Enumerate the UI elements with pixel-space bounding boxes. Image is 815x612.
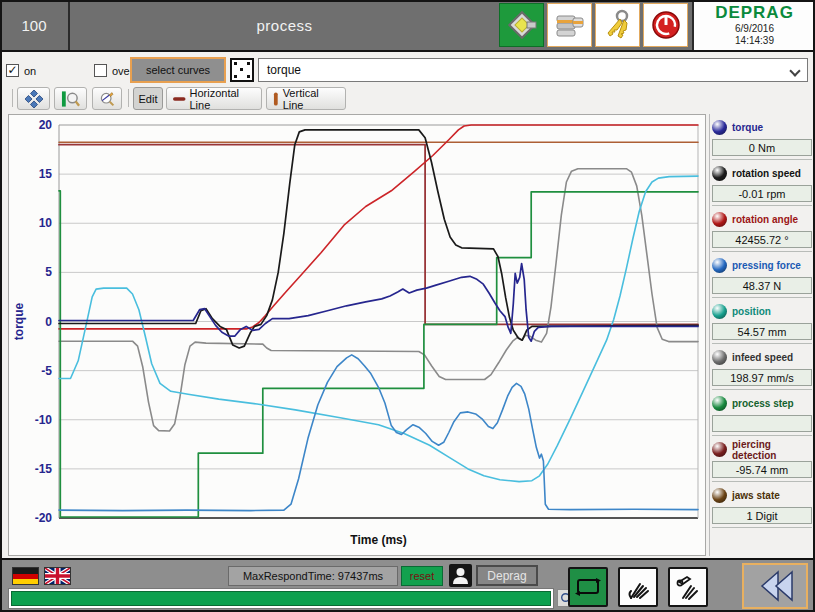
hand-tool-icon [673, 572, 703, 602]
power-button[interactable] [643, 3, 688, 47]
parameter-label: position [732, 306, 771, 317]
y-tick-label: -15 [35, 462, 53, 476]
zoom-area-button[interactable] [92, 87, 122, 110]
diamond-icon [505, 8, 539, 42]
parameter-row-infeed-speed[interactable]: infeed speed198.97 mm/s [712, 344, 812, 390]
tool-mode-button[interactable] [668, 567, 708, 607]
y-axis-title: torque [12, 303, 26, 341]
parameter-header: pressing force [712, 256, 812, 275]
curve-color-ball-icon [712, 396, 727, 411]
y-tick-label: 10 [39, 216, 53, 230]
parameter-value: 0 Nm [712, 139, 812, 156]
chart-curve-process-step [59, 191, 698, 517]
zoom-area-icon [99, 90, 115, 108]
curve-color-ball-icon [712, 442, 727, 457]
language-english-flag[interactable] [44, 567, 71, 585]
user-icon [449, 564, 472, 587]
zoom-button[interactable] [54, 87, 87, 110]
parameter-header: rotation angle [712, 210, 812, 229]
back-button[interactable] [742, 563, 808, 609]
parameter-row-jaws-state[interactable]: jaws state1 Digit [712, 482, 812, 528]
pan-button[interactable] [17, 87, 50, 110]
parameter-label: jaws state [732, 490, 780, 501]
parameter-label: infeed speed [732, 352, 793, 363]
chart-curve-pressing-force [59, 355, 698, 511]
pan-icon [25, 90, 43, 108]
parameter-row-pressing-force[interactable]: pressing force48.37 N [712, 252, 812, 298]
parameter-row-rotation-angle[interactable]: rotation angle42455.72 ° [712, 206, 812, 252]
navigate-button[interactable] [499, 3, 544, 47]
program-list-button[interactable] [547, 3, 592, 47]
vertical-line-label: Vertical Line [283, 87, 339, 111]
y-tick-label: -20 [35, 511, 53, 525]
on-checkbox[interactable]: ✓ [6, 64, 19, 77]
progress-bar-fill [11, 591, 551, 606]
parameter-value: 1 Digit [712, 507, 812, 524]
parameter-header: jaws state [712, 486, 812, 505]
curve-color-ball-icon [712, 488, 727, 503]
power-icon [649, 8, 683, 42]
edit-button-label: Edit [139, 93, 158, 105]
layers-icon [553, 8, 587, 42]
parameter-header: rotation speed [712, 164, 812, 183]
y-tick-label: -5 [41, 364, 52, 378]
parameter-sidebar: torque0 Nmrotation speed-0.01 rpmrotatio… [712, 114, 812, 528]
curve-select-dropdown[interactable]: torque [258, 58, 808, 82]
manual-mode-button[interactable] [618, 567, 658, 607]
y-tick-label: 0 [45, 315, 52, 329]
vertical-line-icon [273, 92, 279, 106]
select-curves-button[interactable]: select curves [130, 57, 226, 83]
auto-cycle-button[interactable] [568, 567, 608, 607]
reset-button[interactable]: reset [401, 566, 443, 586]
parameter-row-process-step[interactable]: process step [712, 390, 812, 436]
parameter-header: piercing detection [712, 440, 812, 459]
parameter-header: position [712, 302, 812, 321]
user-button[interactable] [449, 564, 472, 587]
zoom-icon [61, 90, 80, 108]
curve-color-ball-icon [712, 120, 727, 135]
curve-color-ball-icon [712, 350, 727, 365]
edit-button[interactable]: Edit [133, 87, 163, 110]
curve-color-ball-icon [712, 212, 727, 227]
curve-color-ball-icon [712, 258, 727, 273]
brand-logo: DEPRAG [715, 3, 794, 23]
parameter-label: pressing force [732, 260, 801, 271]
curve-select-value: torque [267, 63, 301, 77]
curve-color-ball-icon [712, 166, 727, 181]
parameter-label: piercing detection [732, 439, 812, 461]
cycle-rectangle-icon [574, 575, 602, 599]
keys-icon [600, 7, 636, 43]
toolbar-divider [12, 89, 13, 107]
vertical-line-button[interactable]: Vertical Line [266, 87, 346, 110]
process-curves-chart[interactable]: 20151050-5-10-15-20Time (ms)torque [9, 115, 707, 557]
parameter-row-position[interactable]: position54.57 mm [712, 298, 812, 344]
parameter-row-piercing-detection[interactable]: piercing detection-95.74 mm [712, 436, 812, 482]
horizontal-line-button[interactable]: Horizontal Line [166, 87, 262, 110]
hand-icon [623, 572, 653, 602]
fit-view-button[interactable] [230, 58, 254, 82]
chart-curve-piercing-detection [59, 145, 698, 325]
language-german-flag[interactable] [12, 567, 39, 585]
overlay-checkbox[interactable] [94, 64, 107, 77]
parameter-header: infeed speed [712, 348, 812, 367]
x-axis-title: Time (ms) [350, 533, 406, 547]
parameter-value: -95.74 mm [712, 461, 812, 478]
parameter-value [712, 415, 812, 432]
max-respond-time: MaxRespondTime: 97437ms [228, 566, 398, 586]
parameter-header: torque [712, 118, 812, 137]
on-checkbox-label: on [24, 65, 36, 77]
parameter-label: torque [732, 122, 763, 133]
login-button[interactable] [595, 3, 640, 47]
parameter-row-rotation-speed[interactable]: rotation speed-0.01 rpm [712, 160, 812, 206]
chart-panel: 20151050-5-10-15-20Time (ms)torque [8, 114, 706, 556]
sidebar-divider [709, 114, 710, 556]
parameter-label: rotation angle [732, 214, 798, 225]
parameter-value: 198.97 mm/s [712, 369, 812, 386]
parameter-value: 48.37 N [712, 277, 812, 294]
y-tick-label: 15 [39, 167, 53, 181]
progress-bar [8, 588, 554, 609]
brand-panel: DEPRAG 6/9/2016 14:14:39 [692, 0, 815, 50]
parameter-row-torque[interactable]: torque0 Nm [712, 114, 812, 160]
flag-de-icon [13, 568, 38, 584]
screen-number: 100 [0, 0, 70, 50]
